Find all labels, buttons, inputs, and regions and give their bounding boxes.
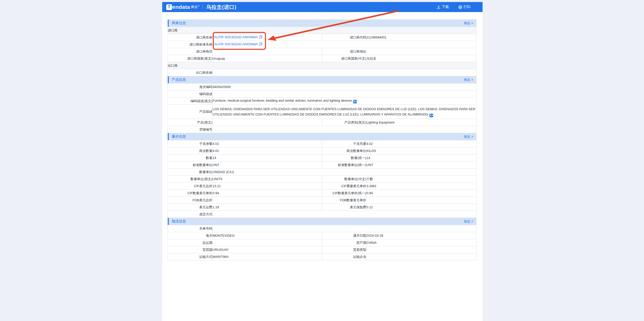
section-accent-bar bbox=[168, 20, 169, 27]
field-value-text: 0.12 bbox=[366, 205, 373, 209]
copy-icon[interactable] bbox=[259, 35, 262, 39]
field-value: 13.21 bbox=[213, 183, 322, 190]
field-label: 进口商国家(英文) bbox=[168, 55, 213, 62]
field-value: MARITIMA bbox=[213, 253, 322, 260]
field-value: Furniture; medical-surgical furniture; b… bbox=[213, 98, 477, 105]
field-label: 数量单位 bbox=[168, 169, 213, 176]
table-row: 商业数量4.02商业数量单位KILOS bbox=[168, 147, 477, 154]
field-value-text: UNT bbox=[366, 163, 373, 167]
field-value: CHINA bbox=[366, 239, 477, 246]
field-label: 产品(英文) bbox=[168, 119, 213, 126]
field-label: 数量(统一) bbox=[322, 154, 366, 162]
field-label: 原产国 bbox=[322, 239, 366, 246]
field-label: 进口商标准名称 bbox=[168, 41, 213, 48]
field-label: 美元运费 bbox=[168, 204, 213, 211]
collapse-link[interactable]: 收起∧ bbox=[464, 21, 473, 25]
section-header-row: 产品信息收起∧ bbox=[168, 76, 477, 84]
section-accent-bar bbox=[168, 133, 169, 140]
field-label: 商业数量单位 bbox=[322, 147, 366, 154]
table-row: 海关MONTEVIDEO通关日期2024-03-28 bbox=[168, 232, 477, 239]
field-label: 成交方式 bbox=[168, 211, 213, 218]
subsection-label: 进口商 bbox=[168, 27, 477, 34]
field-label: 标准数量单位(统一) bbox=[322, 162, 366, 169]
field-label: 起运国 bbox=[168, 239, 213, 246]
download-icon bbox=[437, 5, 440, 9]
field-value: URUGUAY bbox=[213, 246, 322, 253]
section-title: 商家信息 bbox=[172, 21, 186, 25]
section-title: 产品信息 bbox=[172, 77, 186, 82]
field-value bbox=[213, 119, 322, 126]
field-value bbox=[213, 197, 322, 204]
field-value: Uruguay bbox=[213, 55, 322, 62]
print-button[interactable]: 打印 bbox=[458, 5, 470, 9]
field-value-text: UNT bbox=[213, 163, 219, 167]
tendata-logo-icon: T bbox=[166, 4, 172, 10]
download-button[interactable]: 下载 bbox=[437, 5, 449, 9]
chevron-up-icon: ∧ bbox=[471, 21, 473, 25]
field-value: 3.2861 bbox=[366, 183, 477, 190]
field-label: 数量 bbox=[168, 154, 213, 162]
detail-panel: T endata 腾道 ® 乌拉圭(进口) 下载 bbox=[162, 2, 483, 321]
subsection-row: 出口商 bbox=[168, 62, 477, 69]
field-value-text: UNITS bbox=[213, 177, 222, 181]
field-label: 贸易国 bbox=[168, 246, 213, 253]
translate-icon[interactable]: 文A bbox=[353, 100, 357, 103]
field-value bbox=[213, 48, 322, 55]
field-value bbox=[366, 253, 477, 260]
field-value: 0.94 bbox=[366, 190, 477, 197]
field-value-text: MONTEVIDEO bbox=[213, 234, 234, 237]
table-row: 进口商电话进口商地址 bbox=[168, 48, 477, 55]
company-link[interactable]: TALFIR SOCIEDAD ANONIMA bbox=[213, 35, 258, 39]
field-label: 进口商名称 bbox=[168, 34, 213, 41]
field-label: 产品类别(英文) bbox=[322, 119, 366, 126]
field-value: 21246584001 bbox=[366, 34, 477, 41]
translate-icon[interactable]: 文A bbox=[429, 114, 433, 117]
field-value: UNT bbox=[213, 162, 322, 169]
field-value-text: KILOS bbox=[366, 149, 376, 153]
table-row: 数量14数量(统一)14 bbox=[168, 154, 477, 162]
field-value bbox=[213, 69, 477, 76]
table-row: FOB美元总价FOB数量美元单价 bbox=[168, 197, 477, 204]
table-row: 数量单位(英文)UNITS数量单位(中文)个数 bbox=[168, 176, 477, 183]
table-row: 进口商标准名称TALFIR SOCIEDAD ANONIMA bbox=[168, 41, 477, 48]
field-value: 2024-03-28 bbox=[366, 232, 477, 239]
table-row: 出口商名称 bbox=[168, 69, 477, 76]
field-value-text: 1.19 bbox=[213, 205, 219, 209]
collapse-label: 收起 bbox=[464, 77, 470, 82]
field-label: 运输方式 bbox=[168, 253, 213, 260]
collapse-link[interactable]: 收起∧ bbox=[464, 134, 473, 139]
collapse-label: 收起 bbox=[464, 21, 470, 25]
field-value-text: MARITIMA bbox=[213, 255, 229, 259]
collapse-link[interactable]: 收起∧ bbox=[464, 77, 473, 82]
printer-icon bbox=[458, 5, 462, 9]
table-row: 标准数量单位UNT标准数量单位(统一)UNT bbox=[168, 162, 477, 169]
field-label: 海关 bbox=[168, 232, 213, 239]
table-row: 编码描述(英文)Furniture; medical-surgical furn… bbox=[168, 98, 477, 105]
field-value: LOS DEMAS, DISENADOS PARA SER UTILIZADAS… bbox=[213, 105, 477, 119]
field-value-text: CHINA bbox=[366, 241, 377, 245]
field-value bbox=[213, 126, 477, 133]
table-row: 海关编码9405420000 bbox=[168, 84, 477, 91]
section-accent-bar bbox=[168, 76, 169, 83]
field-label: 进口商地址 bbox=[322, 48, 366, 55]
field-value bbox=[213, 91, 477, 98]
field-value-text: UNIDAD (C/U) bbox=[213, 170, 234, 174]
field-value: 14 bbox=[366, 154, 477, 162]
field-value: 4.02 bbox=[213, 140, 322, 147]
field-value-text: 14 bbox=[366, 156, 370, 160]
collapse-label: 收起 bbox=[464, 219, 470, 224]
field-value-text: 3.2861 bbox=[366, 184, 377, 188]
field-label: 数量单位(英文) bbox=[168, 176, 213, 183]
collapse-link[interactable]: 收起∧ bbox=[464, 219, 473, 224]
field-value-text: Uruguay bbox=[213, 57, 225, 60]
table-row: 关单号码 bbox=[168, 225, 477, 232]
field-label: CIF美元总价 bbox=[168, 183, 213, 190]
page-title: 乌拉圭(进口) bbox=[206, 4, 236, 11]
field-value: 0.94 bbox=[213, 190, 322, 197]
company-link[interactable]: TALFIR SOCIEDAD ANONIMA bbox=[213, 42, 258, 46]
field-value-text: LOS DEMAS, DISENADOS PARA SER UTILIZADAS… bbox=[213, 107, 475, 116]
detail-table: 商家信息收起∧进口商进口商名称TALFIR SOCIEDAD ANONIMA进口… bbox=[167, 19, 477, 260]
field-label: 出口商名称 bbox=[168, 69, 213, 76]
registered-mark: ® bbox=[198, 5, 199, 7]
copy-icon[interactable] bbox=[259, 42, 262, 47]
